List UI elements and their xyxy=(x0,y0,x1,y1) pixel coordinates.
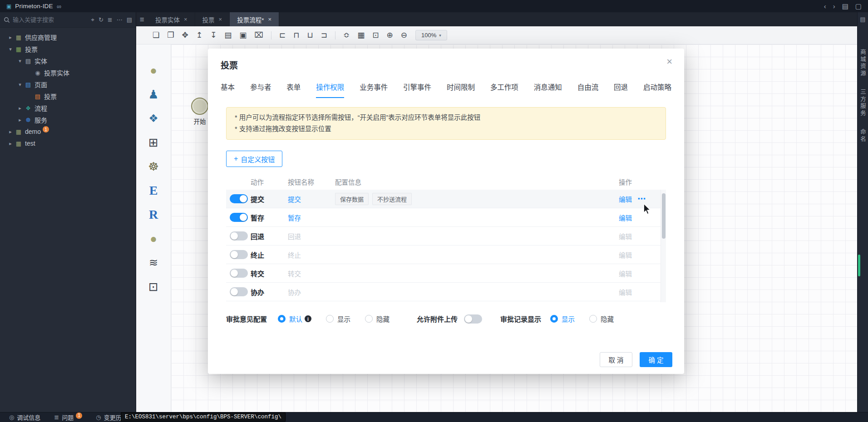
distribute-icon[interactable]: ≎ xyxy=(343,31,350,39)
panel-toggle-icon[interactable]: ▤ xyxy=(860,16,865,23)
radio-option[interactable]: 隐藏 xyxy=(365,314,390,324)
tree-item[interactable]: ▤投票 xyxy=(0,90,136,102)
tree-item[interactable]: ▾▤页面 xyxy=(0,79,136,90)
custom-button[interactable]: + 自定义按钮 xyxy=(226,151,282,167)
active-panel-indicator[interactable] xyxy=(858,255,860,276)
fit-screen-icon[interactable]: ⊡ xyxy=(372,31,379,39)
gateway-tool-icon[interactable]: ❖ xyxy=(136,106,171,130)
dialog-tab[interactable]: 业务事件 xyxy=(360,82,388,98)
window-icon[interactable]: ▢ xyxy=(855,3,862,10)
radio-option[interactable]: 默认i xyxy=(278,314,311,324)
dialog-tab[interactable]: 多工作项 xyxy=(490,82,518,98)
close-icon[interactable]: × xyxy=(268,16,271,23)
zoom-out-icon[interactable]: ⊖ xyxy=(401,31,407,39)
sort-icon[interactable]: ≣ xyxy=(108,16,113,23)
more-icon[interactable]: ⋯ xyxy=(117,16,123,23)
debug-info[interactable]: ◎调试信息 xyxy=(9,413,40,422)
dialog-tab[interactable]: 回退 xyxy=(614,82,628,98)
flow-tool-icon[interactable]: ≋ xyxy=(136,250,171,275)
edit-link[interactable]: 编辑 xyxy=(619,231,632,241)
dialog-tab[interactable]: 时间限制 xyxy=(447,82,475,98)
dialog-tab[interactable]: 参与者 xyxy=(250,82,271,98)
tree-item[interactable]: ▸▦供应商管理 xyxy=(0,31,136,43)
radio-option[interactable]: 显示 xyxy=(550,314,575,324)
editor-tab[interactable]: 投票流程*× xyxy=(230,12,279,26)
more-icon[interactable]: ⋯ xyxy=(637,195,646,203)
participant-tool-icon[interactable]: ♟ xyxy=(136,82,171,106)
button-name-link[interactable]: 暂存 xyxy=(288,213,335,222)
tree-item[interactable]: ▾▦投票 xyxy=(0,43,136,55)
table-scrollbar[interactable] xyxy=(661,190,666,302)
chevron-right-icon[interactable]: ▸ xyxy=(7,129,14,135)
close-icon[interactable]: × xyxy=(219,16,222,23)
row-toggle[interactable] xyxy=(230,213,248,222)
dialog-tab[interactable]: 启动策略 xyxy=(643,82,671,98)
panel-icon[interactable]: ▤ xyxy=(127,16,132,23)
row-toggle[interactable] xyxy=(230,231,248,240)
panel-market-resources[interactable]: 商城资源 xyxy=(858,49,867,77)
delete-icon[interactable]: ⌧ xyxy=(254,31,263,39)
rule-tool-icon[interactable]: R xyxy=(136,202,171,226)
close-icon[interactable]: × xyxy=(184,16,187,23)
align-left-icon[interactable]: ⊏ xyxy=(279,31,286,39)
button-name-link[interactable]: 提交 xyxy=(288,194,335,204)
back-icon[interactable]: ‹ xyxy=(824,3,826,10)
note-tool-icon[interactable]: ⊡ xyxy=(136,275,171,299)
button-name-link[interactable]: 回退 xyxy=(288,231,335,241)
duplicate-icon[interactable]: ▣ xyxy=(239,31,247,39)
copy-icon[interactable]: ❏ xyxy=(153,31,159,39)
tree-item[interactable]: ▸▦demo1 xyxy=(0,126,136,137)
dialog-tab[interactable]: 基本 xyxy=(221,82,235,98)
scrollbar-thumb[interactable] xyxy=(662,193,666,239)
edit-link[interactable]: 编辑 xyxy=(619,213,632,222)
end-event-tool-icon[interactable]: ● xyxy=(136,226,171,250)
start-node-shape[interactable] xyxy=(191,98,208,115)
cancel-button[interactable]: 取 消 xyxy=(600,352,632,367)
tree-item[interactable]: ▾▤实体 xyxy=(0,55,136,67)
tree-item[interactable]: ▸☸服务 xyxy=(0,114,136,126)
radio-option[interactable]: 隐藏 xyxy=(589,314,614,324)
task-tool-icon[interactable]: ⊞ xyxy=(136,130,171,154)
palette-toggle-icon[interactable]: ≣ xyxy=(136,12,148,26)
panel-naming[interactable]: 命名 xyxy=(858,129,867,143)
row-toggle[interactable] xyxy=(230,250,248,259)
button-name-link[interactable]: 协办 xyxy=(288,287,335,297)
forward-icon[interactable]: › xyxy=(833,3,835,10)
edit-link[interactable]: 编辑 xyxy=(619,287,632,297)
chevron-down-icon[interactable]: ▾ xyxy=(7,46,14,52)
import-icon[interactable]: ↧ xyxy=(210,31,217,39)
chevron-right-icon[interactable]: ▸ xyxy=(16,117,24,123)
chevron-right-icon[interactable]: ▸ xyxy=(7,141,14,147)
chevron-right-icon[interactable]: ▸ xyxy=(7,34,14,40)
ok-button[interactable]: 确 定 xyxy=(640,352,672,367)
zoom-in-icon[interactable]: ⊕ xyxy=(387,31,393,39)
problems[interactable]: ≣问题1 xyxy=(54,413,82,422)
dialog-tab[interactable]: 操作权限 xyxy=(316,82,344,98)
row-toggle[interactable] xyxy=(230,287,248,296)
paste-icon[interactable]: ❐ xyxy=(167,31,174,39)
row-toggle[interactable] xyxy=(230,269,248,278)
align-bottom-icon[interactable]: ⊔ xyxy=(307,31,313,39)
file-icon[interactable]: ▤ xyxy=(224,31,232,39)
service-tool-icon[interactable]: ☸ xyxy=(136,154,171,178)
dialog-tab[interactable]: 消息通知 xyxy=(534,82,562,98)
button-name-link[interactable]: 终止 xyxy=(288,250,335,260)
edit-link[interactable]: 编辑 xyxy=(619,269,632,278)
dialog-tab[interactable]: 自由流 xyxy=(577,82,599,98)
dialog-tab[interactable]: 表单 xyxy=(286,82,301,98)
align-top-icon[interactable]: ⊓ xyxy=(293,31,299,39)
editor-tab[interactable]: 投票× xyxy=(195,12,230,26)
start-event-tool-icon[interactable]: ● xyxy=(136,58,171,82)
chevron-down-icon[interactable]: ▾ xyxy=(16,82,24,88)
search-input[interactable] xyxy=(13,16,89,23)
chevron-right-icon[interactable]: ▸ xyxy=(16,105,24,111)
row-toggle[interactable] xyxy=(230,194,248,203)
align-right-icon[interactable]: ⊐ xyxy=(321,31,327,39)
dialog-tab[interactable]: 引擎事件 xyxy=(403,82,431,98)
grid-icon[interactable]: ▦ xyxy=(357,31,365,39)
tree-item[interactable]: ▸▦test xyxy=(0,137,136,149)
panel-layout-icon[interactable]: ▤ xyxy=(842,3,848,10)
export-icon[interactable]: ↥ xyxy=(196,31,202,39)
tree-item[interactable]: ▸❖流程 xyxy=(0,102,136,114)
attachment-toggle[interactable] xyxy=(464,314,482,324)
